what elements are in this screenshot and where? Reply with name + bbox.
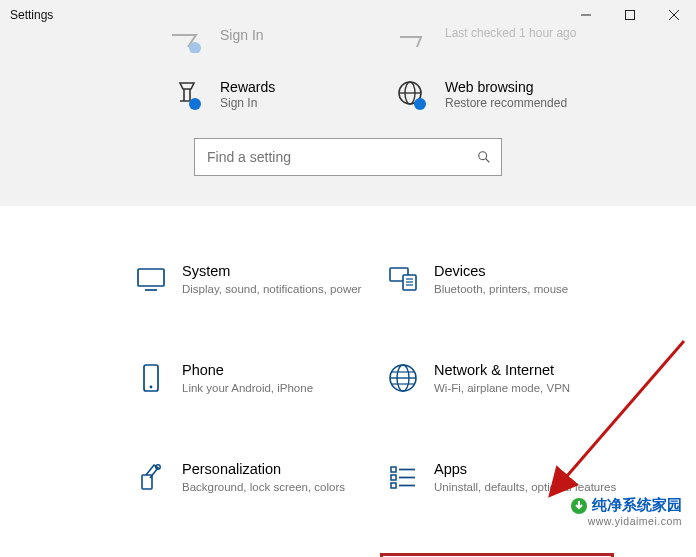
svg-point-9 (414, 98, 426, 110)
watermark-url: www.yidaimei.com (570, 515, 682, 527)
personalization-sub: Background, lock screen, colors (182, 480, 345, 496)
apps-title: Apps (434, 460, 616, 480)
network-title: Network & Internet (434, 361, 570, 381)
update-sub: Last checked 1 hour ago (445, 26, 576, 42)
web-icon (395, 78, 429, 112)
phone-icon (134, 361, 168, 395)
system-title: System (182, 262, 361, 282)
update-icon (395, 26, 429, 60)
apps-sub: Uninstall, defaults, optional features (434, 480, 616, 496)
category-time-language[interactable]: A字 Time & Language Speech, region, date (380, 553, 614, 557)
svg-rect-28 (391, 467, 396, 472)
system-sub: Display, sound, notifications, power (182, 282, 361, 298)
svg-rect-1 (626, 11, 635, 20)
rewards-icon (170, 78, 204, 112)
network-sub: Wi-Fi, airplane mode, VPN (434, 381, 570, 397)
signin-icon (170, 26, 204, 60)
search-box[interactable] (194, 138, 502, 176)
category-phone[interactable]: Phone Link your Android, iPhone (128, 355, 380, 406)
category-personalization[interactable]: Personalization Background, lock screen,… (128, 454, 380, 505)
svg-rect-32 (391, 483, 396, 488)
signin-title: Sign In (220, 26, 264, 44)
phone-title: Phone (182, 361, 313, 381)
svg-point-20 (150, 386, 153, 389)
devices-sub: Bluetooth, printers, mouse (434, 282, 568, 298)
header-item-web[interactable]: Web browsing Restore recommended (395, 78, 620, 112)
svg-point-10 (479, 152, 487, 160)
devices-title: Devices (434, 262, 568, 282)
header-item-update[interactable]: Last checked 1 hour ago (395, 26, 620, 60)
network-icon (386, 361, 420, 395)
close-button[interactable] (652, 0, 696, 30)
header-item-signin[interactable]: Sign In (170, 26, 395, 60)
devices-icon (386, 262, 420, 296)
search-icon (477, 150, 491, 164)
phone-sub: Link your Android, iPhone (182, 381, 313, 397)
svg-line-11 (486, 159, 490, 163)
header-area: Sign In Last checked 1 hour ago Rewards … (0, 26, 696, 206)
watermark-cn: 纯净系统家园 (592, 496, 682, 515)
watermark: 纯净系统家园 www.yidaimei.com (570, 496, 682, 527)
window-title: Settings (10, 8, 53, 22)
rewards-title: Rewards (220, 78, 275, 96)
category-accounts[interactable]: Accounts Your accounts, email, sync, wor… (128, 553, 380, 557)
category-system[interactable]: System Display, sound, notifications, po… (128, 256, 380, 307)
rewards-sub: Sign In (220, 96, 275, 112)
svg-rect-30 (391, 475, 396, 480)
svg-rect-12 (138, 269, 164, 286)
system-icon (134, 262, 168, 296)
personalization-icon (134, 460, 168, 494)
header-item-rewards[interactable]: Rewards Sign In (170, 78, 395, 112)
watermark-icon (570, 497, 588, 515)
personalization-title: Personalization (182, 460, 345, 480)
apps-icon (386, 460, 420, 494)
category-network[interactable]: Network & Internet Wi-Fi, airplane mode,… (380, 355, 632, 406)
svg-point-5 (189, 98, 201, 110)
web-sub: Restore recommended (445, 96, 567, 112)
category-devices[interactable]: Devices Bluetooth, printers, mouse (380, 256, 632, 307)
search-input[interactable] (205, 148, 477, 166)
web-title: Web browsing (445, 78, 567, 96)
